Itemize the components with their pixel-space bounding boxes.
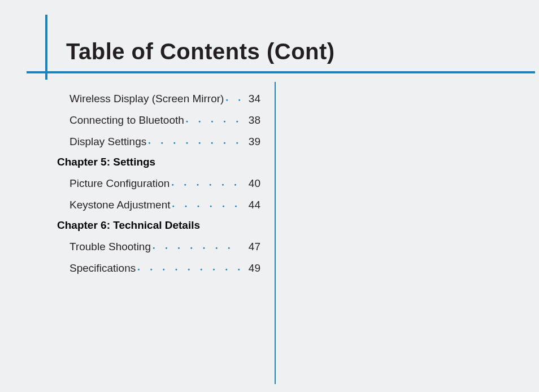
toc-item-label: Connecting to Bluetooth [69,114,184,127]
toc-item: Picture Configuration 40 [57,176,260,190]
toc-item-page: 38 [244,114,260,127]
toc-item-label: Display Settings [69,136,146,148]
toc-item-page: 39 [244,136,260,148]
page-title-area: Table of Contents (Cont) [66,39,518,64]
toc-leader-dots [172,198,241,208]
toc-item-label: Trouble Shooting [69,241,151,253]
toc-leader-dots [186,113,240,124]
toc-leader-dots [148,134,240,145]
table-of-contents: Wireless Display (Screen Mirror) 34 Conn… [57,92,260,282]
toc-item: Trouble Shooting 47 [57,239,260,253]
toc-leader-dots [137,261,240,272]
rule-horizontal [27,71,535,73]
toc-leader-dots [171,176,240,187]
toc-chapter-label: Chapter 5: Settings [57,156,155,168]
toc-item-label: Picture Configuration [69,177,169,190]
toc-item-page: 49 [244,262,260,275]
toc-item-label: Specifications [69,262,136,275]
toc-item-page: 40 [244,177,260,190]
toc-item-page: 34 [244,93,260,105]
toc-item: Display Settings 39 [57,134,260,148]
toc-chapter-label: Chapter 6: Technical Details [57,219,200,232]
toc-chapter-heading: Chapter 6: Technical Details [57,219,260,232]
toc-item-page: 47 [244,241,260,253]
toc-item: Connecting to Bluetooth 38 [57,113,260,127]
toc-item: Keystone Adjustment 44 [57,198,260,211]
toc-item-page: 44 [244,199,260,211]
toc-item: Wireless Display (Screen Mirror) 34 [57,92,260,105]
toc-item: Specifications 49 [57,261,260,275]
page: Table of Contents (Cont) Wireless Displa… [0,0,539,392]
toc-leader-dots [153,239,240,250]
toc-item-label: Wireless Display (Screen Mirror) [69,93,224,105]
toc-leader-dots [225,92,240,102]
rule-vertical-middle [275,82,276,384]
toc-item-label: Keystone Adjustment [69,199,171,211]
rule-vertical-left [45,15,47,80]
toc-chapter-heading: Chapter 5: Settings [57,156,260,168]
page-title: Table of Contents (Cont) [66,39,518,64]
